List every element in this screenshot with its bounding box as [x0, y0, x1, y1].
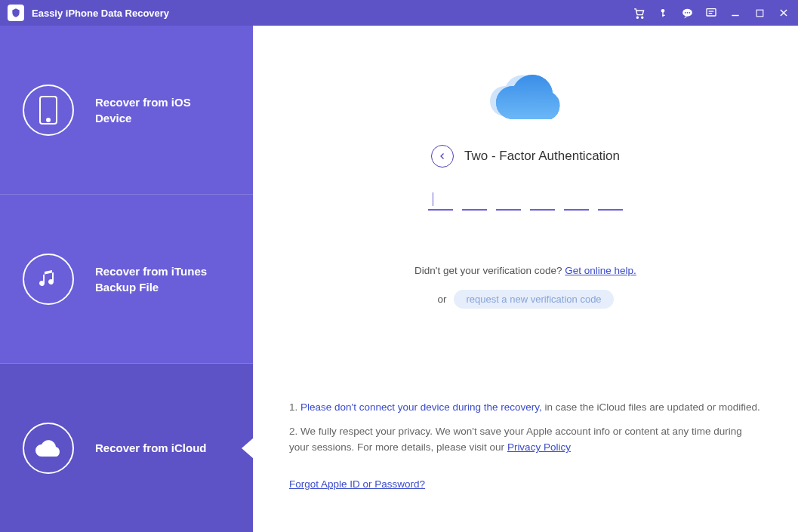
sidebar-item-ios-device[interactable]: Recover from iOS Device: [0, 26, 253, 195]
notes: 1. Please don't connect your device duri…: [289, 399, 762, 456]
verification-code-inputs: [428, 190, 623, 211]
phone-icon: [23, 85, 74, 136]
privacy-policy-link[interactable]: Privacy Policy: [507, 441, 571, 453]
svg-point-0: [636, 17, 638, 18]
icloud-logo: [476, 63, 575, 134]
close-icon[interactable]: [777, 6, 790, 20]
sidebar-item-itunes[interactable]: Recover from iTunes Backup File: [0, 195, 253, 364]
main-panel: Two - Factor Authentication Didn't get y…: [253, 26, 798, 532]
forgot-apple-id-link[interactable]: Forgot Apple ID or Password?: [289, 478, 425, 490]
back-button[interactable]: [431, 145, 454, 168]
music-note-icon: [23, 254, 74, 305]
svg-point-8: [689, 11, 690, 13]
help-text: Didn't get your verification code? Get o…: [414, 265, 636, 276]
feedback-icon[interactable]: [704, 6, 718, 20]
code-input-4[interactable]: [530, 190, 555, 211]
request-code-button[interactable]: request a new verification code: [454, 290, 613, 309]
chat-icon[interactable]: [680, 6, 694, 20]
svg-point-17: [47, 118, 50, 121]
sidebar-item-icloud[interactable]: Recover from iCloud: [0, 364, 253, 532]
code-input-1[interactable]: [428, 190, 453, 206]
sidebar: Recover from iOS Device Recover from iTu…: [0, 26, 253, 532]
svg-rect-13: [756, 10, 763, 17]
sidebar-item-label: Recover from iTunes Backup File: [95, 263, 216, 295]
code-input-2[interactable]: [462, 190, 487, 211]
cart-icon[interactable]: [632, 6, 645, 20]
help-prefix: Didn't get your verification code?: [414, 265, 565, 276]
minimize-icon[interactable]: [729, 6, 742, 20]
svg-point-1: [641, 17, 642, 18]
code-input-6[interactable]: [598, 190, 623, 211]
note-1: 1. Please don't connect your device duri…: [289, 399, 762, 416]
key-icon[interactable]: [656, 6, 670, 20]
titlebar: Eassiy iPhone Data Recovery: [0, 0, 798, 26]
note-2: 2. We fully respect your privacy. We won…: [289, 423, 762, 456]
code-input-3[interactable]: [496, 190, 521, 211]
app-title: Eassiy iPhone Data Recovery: [32, 8, 169, 19]
svg-rect-3: [662, 12, 663, 17]
cloud-icon: [23, 423, 74, 474]
sidebar-item-label: Recover from iCloud: [95, 440, 207, 456]
maximize-icon[interactable]: [753, 6, 766, 20]
sidebar-item-label: Recover from iOS Device: [95, 94, 216, 126]
code-input-5[interactable]: [564, 190, 589, 211]
svg-point-6: [684, 11, 686, 13]
or-text: or: [437, 294, 446, 305]
online-help-link[interactable]: Get online help.: [565, 265, 636, 276]
code-digit-1: [428, 190, 453, 211]
svg-rect-9: [707, 9, 716, 16]
svg-point-7: [686, 11, 688, 13]
svg-rect-4: [662, 15, 664, 16]
app-logo: [8, 5, 24, 21]
active-arrow: [242, 438, 254, 459]
page-heading: Two - Factor Authentication: [464, 149, 620, 164]
